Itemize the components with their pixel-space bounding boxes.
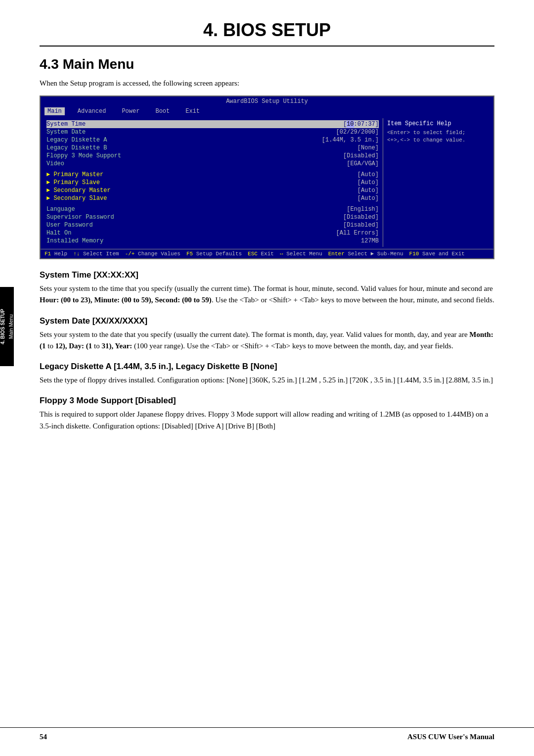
bios-row-installed-memory: Installed Memory127MB — [46, 237, 379, 245]
bios-screen: AwardBIOS Setup Utility Main Advanced Po… — [40, 95, 494, 259]
bios-menu-main[interactable]: Main — [44, 107, 65, 115]
footer: 54 ASUS CUW User's Manual — [0, 727, 534, 741]
bios-key-f1: F1 Help — [44, 251, 67, 257]
body-text-legacy-diskette: Sets the type of floppy drives installed… — [40, 375, 494, 386]
side-tab-chapter: 4. BIOS SETUP — [0, 309, 5, 344]
bios-title-bar: AwardBIOS Setup Utility — [41, 96, 493, 106]
footer-manual-title: ASUS CUW User's Manual — [407, 733, 494, 741]
bios-row-user-pw[interactable]: User Password[Disabled] — [46, 221, 379, 229]
bios-row-primary-slave[interactable]: ► Primary Slave[Auto] — [46, 179, 379, 187]
bios-key-esc: ESC Exit — [248, 251, 274, 257]
bios-key-f5: F5 Setup Defaults — [186, 251, 242, 257]
bios-menu-advanced[interactable]: Advanced — [75, 107, 109, 115]
bios-key-f10: F10 Save and Exit — [409, 251, 465, 257]
bios-settings-list: System Time[10:07:37] System Date[02/29/… — [43, 118, 383, 247]
bios-body: System Time[10:07:37] System Date[02/29/… — [41, 116, 493, 249]
subsection-title-floppy3: Floppy 3 Mode Support [Disabled] — [40, 396, 494, 406]
bios-key-arrows: ↑↓ Select Item — [73, 251, 119, 257]
bios-key-change: -/+ Change Values — [125, 251, 180, 257]
bios-menu-boot[interactable]: Boot — [152, 107, 173, 115]
bios-row-secondary-slave[interactable]: ► Secondary Slave[Auto] — [46, 194, 379, 202]
intro-text: When the Setup program is accessed, the … — [40, 79, 494, 88]
bios-row-video[interactable]: Video[EGA/VGA] — [46, 160, 379, 168]
bios-row-diskette-a[interactable]: Legacy Diskette A[1.44M, 3.5 in.] — [46, 136, 379, 144]
page-container: 4. BIOS SETUP Main Menu 4. BIOS SETUP 4.… — [0, 0, 534, 756]
bios-key-enter: Enter Select ► Sub-Menu — [328, 251, 403, 257]
bios-row-halt-on[interactable]: Halt On[All Errors] — [46, 229, 379, 237]
bios-row-primary-master[interactable]: ► Primary Master[Auto] — [46, 171, 379, 179]
bios-bottom-bar: F1 Help ↑↓ Select Item -/+ Change Values… — [41, 249, 493, 258]
bios-row-secondary-master[interactable]: ► Secondary Master[Auto] — [46, 187, 379, 194]
subsection-title-system-time: System Time [XX:XX:XX] — [40, 270, 494, 280]
footer-page-number: 54 — [40, 733, 47, 741]
chapter-title: 4. BIOS SETUP — [40, 20, 494, 47]
body-text-floppy3: This is required to support older Japane… — [40, 409, 494, 432]
body-text-system-date: Sets your system to the date that you sp… — [40, 329, 494, 352]
bios-help-panel: Item Specific Help <Enter> to select fie… — [383, 118, 491, 247]
bios-menu-exit[interactable]: Exit — [182, 107, 203, 115]
subsection-title-legacy-diskette: Legacy Diskette A [1.44M, 3.5 in.], Lega… — [40, 362, 494, 372]
side-tab: 4. BIOS SETUP Main Menu — [0, 287, 14, 366]
bios-help-title: Item Specific Help — [387, 120, 488, 127]
bios-row-system-date[interactable]: System Date[02/29/2000] — [46, 128, 379, 136]
bios-menu-bar: Main Advanced Power Boot Exit — [41, 106, 493, 116]
body-text-system-time: Sets your system to the time that you sp… — [40, 283, 494, 306]
bios-row-system-time[interactable]: System Time[10:07:37] — [46, 120, 379, 128]
bios-help-text: <Enter> to select field; <+>,<-> to chan… — [387, 129, 488, 144]
bios-menu-power[interactable]: Power — [119, 107, 142, 115]
section-title: 4.3 Main Menu — [40, 56, 494, 72]
bios-row-diskette-b[interactable]: Legacy Diskette B[None] — [46, 144, 379, 152]
bios-row-floppy3[interactable]: Floppy 3 Mode Support[Disabled] — [46, 152, 379, 160]
bios-row-language[interactable]: Language[English] — [46, 205, 379, 213]
bios-key-menu: ↔ Select Menu — [280, 251, 322, 257]
side-tab-section: Main Menu — [8, 314, 14, 338]
bios-row-supervisor-pw[interactable]: Supervisor Password[Disabled] — [46, 213, 379, 221]
subsection-title-system-date: System Date [XX/XX/XXXX] — [40, 316, 494, 326]
